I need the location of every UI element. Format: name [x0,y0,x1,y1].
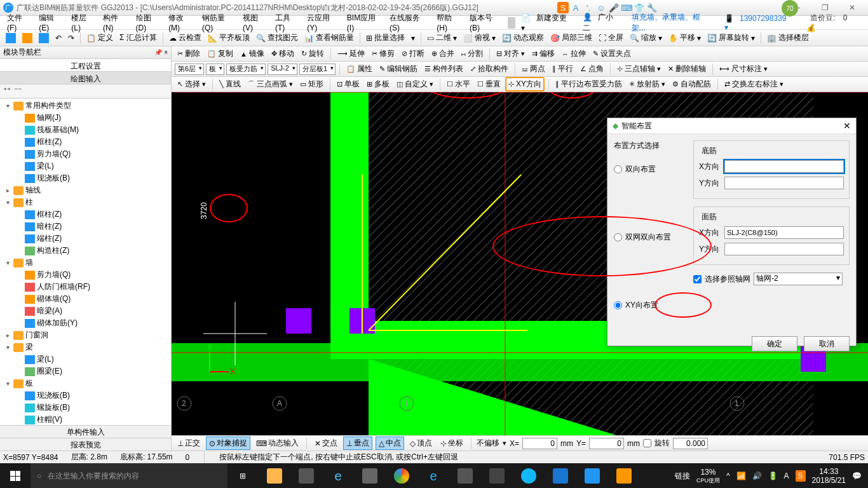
three-aux-button[interactable]: ⊹ 三点辅轴 ▾ [614,62,663,76]
y-offset-input[interactable] [589,438,624,449]
ok-button[interactable]: 确定 [752,336,797,351]
dialog-titlebar[interactable]: ◆ 智能布置 ✕ [607,118,856,134]
fullscreen-button[interactable]: ⛶ 全屏 [596,31,626,44]
pick-button[interactable]: ⤢ 拾取构件 [468,62,511,76]
tree-item[interactable]: ▾墙 [1,257,170,269]
drawing-canvas[interactable]: 3720 X Y 2 A 1 1 [172,92,868,435]
multi-board-button[interactable]: ⊞ 多板 [364,78,392,91]
snap-toggle[interactable]: ⊙ 对象捕捉 [206,437,250,450]
pt-angle-button[interactable]: ∠ 点角 [578,62,606,76]
dyn-input-toggle[interactable]: ⌨ 动态输入 [254,437,301,449]
copy-button[interactable]: 📋 复制 [205,47,236,60]
tree-item[interactable]: 梁(L) [1,353,170,365]
stretch-button[interactable]: ↔ 拉伸 [559,47,588,60]
tray-up-icon[interactable]: ^ [726,471,730,480]
menu-file[interactable]: 文件(F) [3,11,35,34]
edge-icon[interactable]: e [323,463,353,488]
ie-icon[interactable]: e [418,463,449,488]
menu-bim[interactable]: BIM应用(I) [343,11,386,34]
single-board-button[interactable]: ⊡ 单板 [334,78,362,91]
two-pt-button[interactable]: ⚍ 两点 [519,62,548,76]
tree-item[interactable]: 暗梁(A) [1,305,170,317]
radio-xy[interactable]: XY向布置 [614,300,684,311]
axis-select[interactable]: 轴网-2 ▾ [754,273,843,285]
tree-item[interactable]: 人防门框墙(RF) [1,281,170,293]
tab-project-settings[interactable]: 工程设置 [0,59,171,71]
tree-item[interactable]: 柱帽(V) [1,414,170,425]
collapse-all-icon[interactable]: ⁻⁻ [14,86,22,97]
align-button[interactable]: ⊟ 对齐 ▾ [494,47,527,60]
menu-online[interactable]: 在线服务(S) [386,11,433,34]
mirror-button[interactable]: ▲ 镜像 [238,47,267,60]
battery-icon[interactable]: 🔋 [768,471,778,480]
tree-item[interactable]: 螺旋板(B) [1,402,170,414]
sum-calc-button[interactable]: Σ 汇总计算 [117,31,159,44]
floor-combo[interactable]: 第6层 [175,64,204,75]
cloud-check-button[interactable]: ☁ 云检查 [166,31,204,44]
attr-button[interactable]: 📋 属性 [344,62,375,76]
qq-icon[interactable] [513,463,544,488]
tree-item[interactable]: 构造柱(Z) [1,245,170,257]
calc-icon[interactable] [482,463,512,488]
notes-icon[interactable] [609,463,639,488]
menu-rebar[interactable]: 钢筋量(Q) [198,11,239,34]
subtype-combo[interactable]: 板受力筋 [226,64,266,75]
rect-button[interactable]: ▭ 矩形 [297,78,326,91]
score-badge[interactable]: 70 [782,0,798,17]
tree-item[interactable]: 剪力墙(Q) [1,269,170,281]
rotate-button[interactable]: ↻ 旋转 [299,47,327,60]
view-rebar-button[interactable]: 📊 查看钢筋量 [302,31,356,44]
dyn-obs-button[interactable]: 🔄 动态观察 [499,31,546,44]
app-icon-1[interactable] [291,463,322,488]
tree-item[interactable]: ▾常用构件类型 [1,100,170,112]
split-button[interactable]: ⑅ 分割 [459,47,485,60]
lang-icon[interactable]: A [784,471,789,480]
redo-button[interactable]: ↷ [65,32,77,44]
save-button[interactable] [36,32,51,44]
tree-item[interactable]: 框柱(Z) [1,208,170,220]
extend-button[interactable]: ⟶ 延伸 [335,47,367,60]
radio-double-net[interactable]: 双网双向布置 [614,232,684,243]
tree-item[interactable]: ▸门窗洞 [1,329,170,341]
tree-item[interactable]: 端柱(Z) [1,233,170,245]
break-button[interactable]: ⊘ 打断 [399,47,427,60]
batch-sel-button[interactable]: ⊞ 批量选择 [363,31,407,44]
offset-button[interactable]: ⇉ 偏移 [529,47,557,60]
link-label[interactable]: 链接 [675,471,690,482]
tree-item[interactable]: ▾柱 [1,196,170,208]
clock[interactable]: 14:332018/5/21 [812,467,846,485]
par-side-button[interactable]: ∥ 平行边布置受力筋 [553,78,625,91]
arc-button[interactable]: ⌒ 三点画弧 ▾ [245,78,295,91]
auto-rebar-button[interactable]: ⚙ 自动配筋 [670,78,714,91]
cpu-meter[interactable]: 13%CPU使用 [696,468,720,485]
layer-combo[interactable]: 分层板1 [299,64,336,75]
xy-direction-button[interactable]: ⊹ XY方向 [505,77,545,92]
new-button[interactable] [3,32,18,44]
menu-edit[interactable]: 编辑(E) [35,11,67,34]
zoom-button[interactable]: 🔍 缩放 ▾ [627,31,665,44]
network-icon[interactable]: 📶 [736,471,746,480]
tree-item[interactable]: 筏板基础(M) [1,124,170,136]
tree-item[interactable]: 轴网(J) [1,112,170,124]
trim-button[interactable]: ✂ 修剪 [369,47,397,60]
radio-bidir[interactable]: 双向布置 [614,164,684,175]
menu-help[interactable]: 帮助(H) [433,11,466,34]
overlook-button[interactable]: ⬜ 俯视 ▾ [461,31,498,44]
ref-axis-checkbox[interactable] [693,275,702,283]
tree-item[interactable]: 现浇板(B) [1,390,170,402]
panel-pin-icon[interactable]: 📌 × [154,49,168,56]
component-tree[interactable]: ▾常用构件类型轴网(J)筏板基础(M)框柱(Z)剪力墙(Q)梁(L)现浇板(B)… [0,98,171,425]
open-button[interactable] [20,32,35,44]
tree-item[interactable]: 砌体墙(Q) [1,293,170,305]
app-icon-3[interactable] [450,463,480,488]
local-3d-button[interactable]: 🎯 局部三维 [548,31,595,44]
volume-icon[interactable]: 🔊 [752,471,762,480]
line-button[interactable]: ╲ 直线 [217,78,243,91]
tree-item[interactable]: 剪力墙(Q) [1,148,170,160]
flat-top-button[interactable]: 📐 平齐板顶 [205,31,252,44]
dim-button[interactable]: ⟷ 尺寸标注 ▾ [717,62,770,76]
explorer-icon[interactable] [259,463,290,488]
new-change-button[interactable]: 📄 新建变更 ▾ [517,11,579,34]
menu-cloud[interactable]: 云应用(Y) [303,11,343,34]
select-button[interactable]: ↖ 选择 ▾ [175,78,208,91]
